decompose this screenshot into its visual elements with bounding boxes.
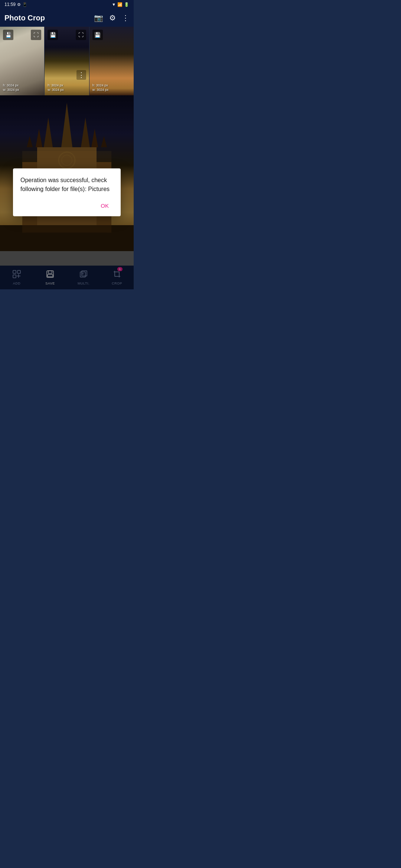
photo-card-3[interactable]: 💾 h: 3024 px w: 3024 px: [89, 27, 134, 95]
settings-status-icon: ⚙: [17, 2, 21, 7]
success-dialog: Operation was successful, check followin…: [13, 168, 121, 216]
photo-2-width: w: 3024 px: [48, 88, 64, 92]
dialog-ok-button[interactable]: OK: [96, 200, 113, 212]
photo-card-1[interactable]: 💾 ⛶ h: 3024 px w: 3024 px: [0, 27, 45, 95]
photo-1-overlay: 💾 ⛶: [3, 30, 41, 40]
toolbar-actions: 📷 ⚙ ⋮: [94, 13, 129, 22]
photo-3-info: h: 3024 px w: 3024 px: [92, 83, 109, 92]
app-title: Photo Crop: [4, 14, 94, 22]
photo-2-info: h: 3024 px w: 3024 px: [48, 83, 64, 92]
app-container: 11:59 ⚙ 📱 ▼ 📶 🔋 Photo Crop 📷 ⚙ ⋮ 💾 ⛶: [0, 0, 134, 289]
photo-2-overlay: 💾 ⛶: [48, 30, 86, 40]
photo-1-save-icon[interactable]: 💾: [3, 30, 13, 40]
photo-2-save-icon[interactable]: 💾: [48, 30, 58, 40]
settings-button[interactable]: ⚙: [109, 13, 116, 22]
sim-icon: 📱: [22, 2, 27, 7]
photo-card-2[interactable]: 💾 ⛶ ⋮ h: 3024 px w: 3024 px: [45, 27, 89, 95]
status-time: 11:59 ⚙ 📱: [4, 2, 27, 7]
more-options-button[interactable]: ⋮: [122, 13, 129, 22]
photo-3-width: w: 3024 px: [92, 88, 109, 92]
dialog-overlay: Operation was successful, check followin…: [0, 95, 134, 289]
time-display: 11:59: [4, 2, 16, 7]
status-bar: 11:59 ⚙ 📱 ▼ 📶 🔋: [0, 0, 134, 9]
photo-3-save-icon[interactable]: 💾: [92, 30, 103, 40]
battery-icon: 🔋: [124, 2, 129, 7]
wifi-icon: ▼: [112, 2, 116, 7]
photo-3-height: h: 3024 px: [92, 83, 109, 88]
photo-1-info: h: 3024 px w: 3024 px: [3, 83, 19, 92]
status-icons: ▼ 📶 🔋: [112, 2, 129, 7]
signal-icon: 📶: [117, 2, 123, 7]
main-content: Operation was successful, check followin…: [0, 95, 134, 289]
photo-3-overlay: 💾: [92, 30, 131, 40]
photo-2-height: h: 3024 px: [48, 83, 64, 88]
app-toolbar: Photo Crop 📷 ⚙ ⋮: [0, 9, 134, 27]
photo-grid: 💾 ⛶ h: 3024 px w: 3024 px 💾 ⛶ ⋮ h: 3024 …: [0, 27, 134, 95]
photo-1-crop-icon[interactable]: ⛶: [31, 30, 41, 40]
dialog-actions: OK: [20, 200, 113, 212]
photo-2-more-button[interactable]: ⋮: [76, 70, 86, 80]
photo-1-width: w: 3024 px: [3, 88, 19, 92]
photo-2-crop-icon[interactable]: ⛶: [76, 30, 86, 40]
camera-button[interactable]: 📷: [94, 13, 103, 22]
photo-1-height: h: 3024 px: [3, 83, 19, 88]
dialog-message: Operation was successful, check followin…: [20, 176, 113, 194]
